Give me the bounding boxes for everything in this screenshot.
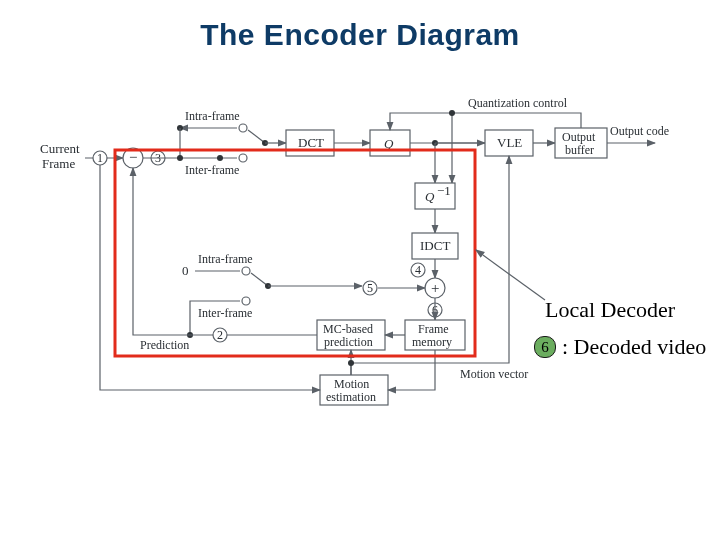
- wire-quant-control: [390, 113, 581, 130]
- dot-quant-ctrl: [449, 110, 455, 116]
- label-quant-control: Quantization control: [468, 96, 568, 110]
- block-idct-label: IDCT: [420, 238, 450, 253]
- page-title: The Encoder Diagram: [0, 18, 720, 52]
- decoded-badge-icon: 6: [534, 336, 556, 358]
- node-5-label: 5: [367, 281, 373, 295]
- annotation-decoded-text: : Decoded video: [562, 334, 706, 360]
- terminal-inter-mid: [242, 297, 250, 305]
- label-zero: 0: [182, 263, 189, 278]
- pointer-local-decoder: [476, 250, 545, 300]
- node-2-label: 2: [217, 328, 223, 342]
- dot-mv-split: [348, 360, 354, 366]
- terminal-intra-mid: [242, 267, 250, 275]
- encoder-diagram: Current Frame 1 − 3 Intra-frame Inter-fr…: [40, 95, 680, 415]
- switch-mid-wiper: [251, 273, 268, 286]
- label-current: Current: [40, 141, 80, 156]
- dot-intra-tap-top: [177, 155, 183, 161]
- terminal-inter-top: [239, 154, 247, 162]
- block-qinv-sup: −1: [437, 183, 451, 198]
- label-intra-mid: Intra-frame: [198, 252, 253, 266]
- node-4-label: 4: [415, 263, 421, 277]
- dot-sub-out: [217, 155, 223, 161]
- block-output-buffer-l1: Output: [562, 130, 596, 144]
- block-motion-l2: estimation: [326, 390, 376, 404]
- block-vle-label: VLE: [497, 135, 522, 150]
- label-output-code: Output code: [610, 124, 669, 138]
- annotation-local-decoder: Local Decoder: [545, 297, 675, 323]
- label-inter-top: Inter-frame: [185, 163, 239, 177]
- terminal-intra-top: [239, 124, 247, 132]
- block-mc-prediction-l2: prediction: [324, 335, 373, 349]
- block-motion-l1: Motion: [334, 377, 369, 391]
- block-qinv-q: Q: [425, 189, 435, 204]
- block-frame-memory-l1: Frame: [418, 322, 449, 336]
- label-intra-top: Intra-frame: [185, 109, 240, 123]
- label-prediction: Prediction: [140, 338, 189, 352]
- block-frame-memory-l2: memory: [412, 335, 452, 349]
- annotation-decoded-video: 6 : Decoded video: [534, 334, 706, 360]
- label-motion-vector: Motion vector: [460, 367, 528, 381]
- block-dct-label: DCT: [298, 135, 324, 150]
- block-mc-prediction-l1: MC-based: [323, 322, 373, 336]
- block-output-buffer-l2: buffer: [565, 143, 594, 157]
- label-frame: Frame: [42, 156, 75, 171]
- adder-plus: +: [431, 280, 439, 296]
- label-inter-mid: Inter-frame: [198, 306, 252, 320]
- node-1-label: 1: [97, 151, 103, 165]
- switch-top-wiper: [248, 130, 265, 143]
